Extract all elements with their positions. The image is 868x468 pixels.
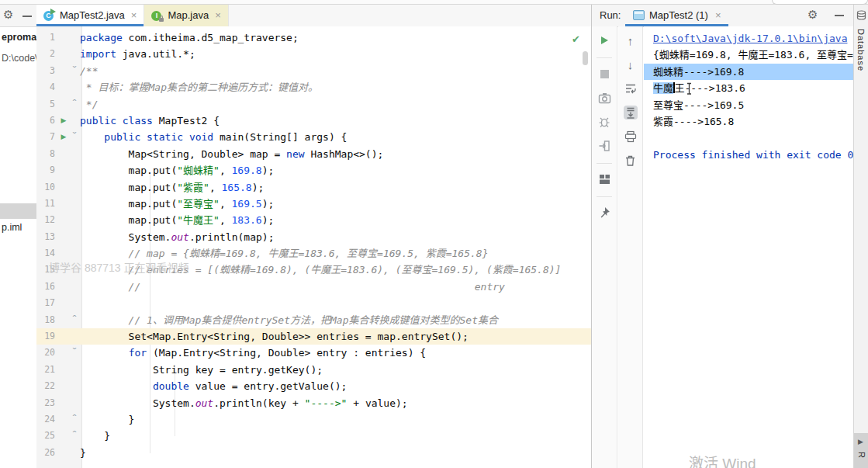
line-number: 4 <box>36 79 58 95</box>
tab-map-java[interactable]: I Map.java × <box>144 4 228 26</box>
code-line[interactable]: 6▶public class MapTest2 { <box>36 113 591 129</box>
fold-icon[interactable]: ˆ <box>69 312 80 328</box>
project-tree-item[interactable]: epromax <box>2 32 37 43</box>
tab-label: MapTest2.java <box>60 9 125 21</box>
code-line[interactable]: 5ˆ */ <box>36 96 591 113</box>
ibeam-cursor-icon <box>686 82 693 95</box>
soft-wrap-icon[interactable] <box>624 81 638 95</box>
code-line[interactable]: 17 <box>36 295 591 311</box>
gutter-spacer <box>58 212 69 228</box>
print-icon[interactable] <box>624 130 638 144</box>
code-line[interactable]: 24ˆ } <box>36 411 591 428</box>
code-line[interactable]: 16 // entry <box>36 279 591 295</box>
run-tool-button-area[interactable]: ▶ R <box>854 433 868 468</box>
screenshot-icon[interactable] <box>597 91 611 105</box>
code-line[interactable]: 8 Map<String, Double> map = new HashMap<… <box>36 146 591 162</box>
console-link[interactable]: D:\soft\Java\jdk-17.0.1\bin\java <box>653 33 847 44</box>
fold-icon[interactable]: ˇ <box>69 129 80 145</box>
fold-icon[interactable]: ˆ <box>69 96 80 113</box>
line-number: 17 <box>36 295 58 311</box>
gutter-spacer <box>58 312 69 328</box>
console-line[interactable]: 紫霞---->165.8 <box>644 113 854 130</box>
project-panel: ⚙ epromax D:\code\ p.iml <box>0 4 37 468</box>
tab-maptest2-java[interactable]: C MapTest2.java × <box>36 4 144 26</box>
stop-icon[interactable] <box>597 67 611 81</box>
gutter-spacer <box>58 96 69 113</box>
console-line[interactable] <box>644 130 854 146</box>
console-line[interactable]: {蜘蛛精=169.8, 牛魔王=183.6, 至尊宝=169.5, 紫霞=165… <box>644 47 854 63</box>
rerun-icon[interactable] <box>597 33 611 47</box>
code-line[interactable]: 3ˇ/** <box>36 63 591 79</box>
code-line[interactable]: 10 map.put("紫霞", 165.8); <box>36 179 591 196</box>
code-editor[interactable]: 1package com.itheima.d5_map_traverse;2im… <box>36 26 591 468</box>
editor-scrollbar-thumb[interactable] <box>583 51 588 65</box>
search-box-sliver <box>772 0 868 5</box>
line-number: 1 <box>36 29 58 46</box>
database-tool-button[interactable]: Database <box>856 29 866 71</box>
pin-icon[interactable] <box>597 206 611 220</box>
hide-panel-icon[interactable] <box>22 16 32 17</box>
gutter-spacer <box>58 63 69 79</box>
code-line[interactable]: 7▶ˇ public static void main(String[] arg… <box>36 129 591 145</box>
gutter-spacer <box>58 279 69 295</box>
line-number: 25 <box>36 428 58 444</box>
code-text: String key = entry.getKey(); <box>80 362 591 378</box>
console-line[interactable]: 牛魔王---->183.6 <box>644 80 854 96</box>
hide-panel-icon[interactable] <box>835 15 844 16</box>
console-icon <box>633 10 645 20</box>
run-line-icon[interactable]: ▶ <box>58 113 69 129</box>
close-icon[interactable]: × <box>215 9 221 21</box>
code-text: package com.itheima.d5_map_traverse; <box>80 29 591 46</box>
run-tab-maptest2[interactable]: MapTest2 (1) × <box>625 4 728 26</box>
project-tree-selection <box>0 203 36 219</box>
code-line[interactable]: 23 System.out.println(key + "---->" + va… <box>36 395 591 411</box>
fold-icon[interactable]: ˆ <box>69 428 80 444</box>
code-line[interactable]: 12 map.put("牛魔王", 183.6); <box>36 212 591 228</box>
code-line[interactable]: 19 Set<Map.Entry<String, Double>> entrie… <box>36 328 591 345</box>
down-stack-trace-icon[interactable]: ↓ <box>624 57 638 71</box>
code-text: * 目标：掌握Map集合的第二种遍历方式：键值对。 <box>80 79 591 95</box>
close-icon[interactable]: × <box>131 9 137 21</box>
line-number: 12 <box>36 212 58 228</box>
close-icon[interactable]: × <box>715 9 721 21</box>
fold-icon[interactable]: ˇ <box>69 345 80 361</box>
code-line[interactable]: 25ˆ } <box>36 428 591 444</box>
console-line[interactable]: 至尊宝---->169.5 <box>644 97 854 113</box>
fold-spacer <box>69 196 80 212</box>
run-panel-header: Run: MapTest2 (1) × ⚙ <box>592 4 854 27</box>
fold-icon[interactable]: ˇ <box>69 63 80 79</box>
run-console[interactable]: D:\soft\Java\jdk-17.0.1\bin\java{蜘蛛精=169… <box>644 26 854 468</box>
project-tree-item[interactable]: D:\code\ <box>2 53 37 64</box>
console-line[interactable]: D:\soft\Java\jdk-17.0.1\bin\java <box>644 30 854 47</box>
run-line-icon[interactable]: ▶ <box>58 129 69 145</box>
code-text: } <box>80 428 591 444</box>
code-line[interactable]: 4 * 目标：掌握Map集合的第二种遍历方式：键值对。 <box>36 79 591 95</box>
clear-all-icon[interactable] <box>624 154 638 168</box>
inspection-check-icon[interactable]: ✔ <box>572 33 580 45</box>
gear-icon[interactable]: ⚙ <box>3 8 13 22</box>
fold-spacer <box>69 29 80 46</box>
line-number: 5 <box>36 96 58 113</box>
fold-icon[interactable]: ˆ <box>69 411 80 428</box>
code-line[interactable]: 26} <box>36 445 591 461</box>
console-line[interactable]: Process finished with exit code 0 <box>644 147 854 163</box>
code-line[interactable]: 22 double value = entry.getValue(); <box>36 378 591 394</box>
scroll-to-end-icon[interactable] <box>624 106 638 120</box>
code-line[interactable]: 21 String key = entry.getKey(); <box>36 362 591 378</box>
code-line[interactable]: 18ˆ // 1、调用Map集合提供entrySet方法，把Map集合转换成键值… <box>36 312 591 328</box>
code-line[interactable]: 9 map.put("蜘蛛精", 169.8); <box>36 162 591 179</box>
code-line[interactable]: 1package com.itheima.d5_map_traverse; <box>36 29 591 46</box>
gear-icon[interactable]: ⚙ <box>807 8 818 22</box>
code-line[interactable]: 20ˇ for (Map.Entry<String, Double> entry… <box>36 345 591 361</box>
project-tree-item[interactable]: p.iml <box>2 222 22 233</box>
up-stack-trace-icon[interactable]: ↑ <box>624 33 638 47</box>
exit-icon[interactable] <box>597 139 611 153</box>
code-text: // entry <box>80 279 591 295</box>
layout-icon[interactable] <box>597 172 611 186</box>
console-line[interactable]: 蜘蛛精---->169.8 <box>644 64 854 80</box>
project-panel-header: ⚙ <box>0 4 36 27</box>
code-line[interactable]: 13 System.out.println(map); <box>36 229 591 245</box>
bug-rerun-icon[interactable] <box>597 115 611 129</box>
code-line[interactable]: 2import java.util.*; <box>36 46 591 62</box>
code-line[interactable]: 11 map.put("至尊宝", 169.5); <box>36 196 591 212</box>
